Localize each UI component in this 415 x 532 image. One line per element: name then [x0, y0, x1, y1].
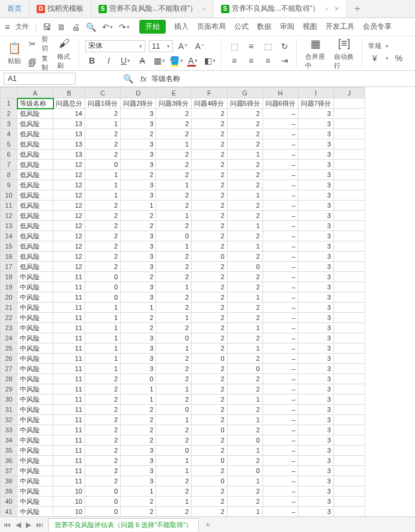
cell-A28[interactable]: 中风险 — [17, 374, 53, 384]
cell-J34[interactable] — [333, 435, 365, 446]
cell-F3[interactable]: 2 — [192, 119, 227, 129]
border-icon[interactable]: ▦▾ — [153, 54, 166, 67]
cell-D26[interactable]: 3 — [121, 354, 156, 364]
cell-H19[interactable]: – — [262, 282, 298, 292]
col-header-I[interactable]: I — [298, 88, 333, 98]
cell-H9[interactable]: – — [262, 180, 298, 190]
cell-A36[interactable]: 中风险 — [17, 456, 53, 466]
cell-C36[interactable]: 2 — [85, 456, 121, 466]
cell-J30[interactable] — [333, 394, 365, 405]
cell-B10[interactable]: 12 — [53, 190, 85, 201]
cell-F31[interactable]: 2 — [192, 405, 227, 415]
cell-C2[interactable]: 2 — [85, 109, 121, 119]
row-header-41[interactable]: 41 — [1, 507, 17, 517]
cell-C5[interactable]: 2 — [85, 139, 121, 150]
cell-C3[interactable]: 1 — [85, 119, 121, 129]
cell-A37[interactable]: 中风险 — [17, 466, 53, 476]
row-header-8[interactable]: 8 — [1, 170, 17, 180]
tab-workbook-1[interactable]: S 营养不良风险...不能取得"） ▫ — [91, 0, 214, 17]
cell-B31[interactable]: 11 — [53, 405, 85, 415]
cell-J12[interactable] — [333, 211, 365, 221]
cell-C29[interactable]: 2 — [85, 384, 121, 394]
cell-A21[interactable]: 中风险 — [17, 303, 53, 313]
tab-add[interactable]: ＋ — [347, 0, 368, 17]
row-header-26[interactable]: 26 — [1, 354, 17, 364]
cell-H11[interactable]: – — [262, 201, 298, 211]
cell-A38[interactable]: 中风险 — [17, 476, 53, 486]
cell-C41[interactable]: 0 — [85, 507, 121, 517]
cell-J31[interactable] — [333, 405, 365, 415]
cell-B26[interactable]: 11 — [53, 354, 85, 364]
cell-J5[interactable] — [333, 139, 365, 150]
menu-dev[interactable]: 开发工具 — [326, 22, 354, 32]
save-icon[interactable]: 🖫 — [43, 22, 51, 32]
cell-J38[interactable] — [333, 476, 365, 486]
cell-I31[interactable]: 3 — [298, 405, 333, 415]
cell-E17[interactable]: 2 — [156, 262, 192, 272]
cell-F27[interactable]: 2 — [192, 364, 227, 374]
col-header-J[interactable]: J — [333, 88, 365, 98]
cell-I22[interactable]: 3 — [298, 313, 333, 323]
cell-F20[interactable]: 2 — [192, 292, 227, 303]
cell-D39[interactable]: 1 — [121, 486, 156, 497]
col-header-D[interactable]: D — [121, 88, 156, 98]
spreadsheet-grid[interactable]: ABCDEFGHIJ1等级名称问题总分问题1得分问题2得分问题3得分问题4得分问… — [0, 87, 415, 532]
cell-I11[interactable]: 3 — [298, 201, 333, 211]
cell-C24[interactable]: 1 — [85, 333, 121, 343]
cell-E15[interactable]: 1 — [156, 241, 192, 252]
cell-G8[interactable]: 2 — [227, 170, 262, 180]
name-box[interactable]: A1 — [4, 73, 76, 85]
cell-I40[interactable]: 3 — [298, 497, 333, 507]
cell-I24[interactable]: 3 — [298, 333, 333, 343]
cell-E25[interactable]: 1 — [156, 343, 192, 354]
percent-icon[interactable]: % — [392, 52, 405, 65]
cell-G38[interactable]: 1 — [227, 476, 262, 486]
cell-I27[interactable]: 3 — [298, 364, 333, 374]
row-header-28[interactable]: 28 — [1, 374, 17, 384]
cut-button[interactable]: ✂剪切 — [28, 35, 51, 53]
cell-E26[interactable]: 2 — [156, 354, 192, 364]
cell-H15[interactable]: – — [262, 241, 298, 252]
cell-H16[interactable]: – — [262, 252, 298, 262]
cell-G12[interactable]: 2 — [227, 211, 262, 221]
cell-B14[interactable]: 12 — [53, 231, 85, 241]
font-family-select[interactable]: 宋体▾ — [85, 40, 145, 52]
cell-A7[interactable]: 低风险 — [17, 160, 53, 170]
cell-I8[interactable]: 3 — [298, 170, 333, 180]
row-header-12[interactable]: 12 — [1, 211, 17, 221]
cell-E20[interactable]: 2 — [156, 292, 192, 303]
sheet-tab-active[interactable]: 营养不良风险评估表（问题 6 选择"不能取得"） — [48, 518, 199, 531]
cell-C39[interactable]: 0 — [85, 486, 121, 497]
cell-H33[interactable]: – — [262, 425, 298, 435]
cell-H27[interactable]: – — [262, 364, 298, 374]
cell-G18[interactable]: 2 — [227, 272, 262, 282]
row-header-25[interactable]: 25 — [1, 343, 17, 354]
row-header-10[interactable]: 10 — [1, 190, 17, 201]
increase-font-icon[interactable]: A⁺ — [177, 40, 190, 53]
cell-A5[interactable]: 低风险 — [17, 139, 53, 150]
cell-H6[interactable]: – — [262, 150, 298, 160]
cell-J16[interactable] — [333, 252, 365, 262]
cell-C34[interactable]: 2 — [85, 435, 121, 446]
cell-G21[interactable]: 2 — [227, 303, 262, 313]
cell-style-icon[interactable]: ◧▾ — [203, 54, 216, 67]
cell-H25[interactable]: – — [262, 343, 298, 354]
cell-B2[interactable]: 14 — [53, 109, 85, 119]
cell-I23[interactable]: 3 — [298, 323, 333, 333]
cell-J3[interactable] — [333, 119, 365, 129]
cell-D30[interactable]: 1 — [121, 394, 156, 405]
cell-D1[interactable]: 问题2得分 — [121, 98, 156, 109]
cell-C6[interactable]: 2 — [85, 150, 121, 160]
cell-D6[interactable]: 3 — [121, 150, 156, 160]
cell-J15[interactable] — [333, 241, 365, 252]
cell-I17[interactable]: 3 — [298, 262, 333, 272]
add-sheet-icon[interactable]: ＋ — [204, 519, 212, 530]
cell-I41[interactable]: 3 — [298, 507, 333, 517]
cell-J21[interactable] — [333, 303, 365, 313]
wrap-button[interactable]: [≡] 自动换行 — [332, 35, 357, 71]
cell-H14[interactable]: – — [262, 231, 298, 241]
menu-formula[interactable]: 公式 — [234, 22, 249, 32]
row-header-6[interactable]: 6 — [1, 150, 17, 160]
sheet-nav-next-icon[interactable]: ▶ — [26, 521, 31, 529]
cell-F23[interactable]: 2 — [192, 323, 227, 333]
